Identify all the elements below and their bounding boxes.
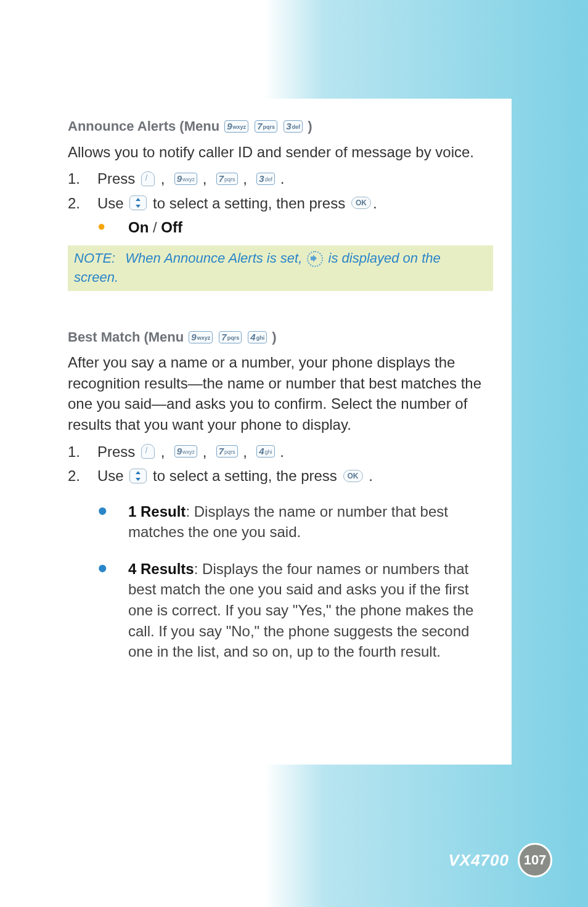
menu-key-icon [141,171,155,186]
step2-text-b: to select a setting, then press [149,195,349,211]
section2-bullet2: ● 4 Results: Displays the four names or … [97,559,493,662]
key-9wxyz: 9wxyz [189,331,213,343]
section2-step1: 1. Press , 9wxyz , 7pqrs , 4ghi . [68,441,493,462]
page: Announce Alerts (Menu 9wxyz 7pqrs 3def )… [0,0,588,907]
step-number: 1. [68,441,97,462]
step2-text-c: . [365,467,373,484]
ok-key-icon: OK [343,470,363,482]
result1-bold: 1 Result [128,503,186,520]
section1-step2: 2. Use to select a setting, then press O… [68,193,493,214]
step2-text-c: . [373,195,377,211]
key-9wxyz: 9wxyz [174,173,197,185]
body-content: Announce Alerts (Menu 9wxyz 7pqrs 3def )… [68,117,493,662]
section2-intro: After you say a name or a number, your p… [68,352,493,435]
step1-text: Press [97,170,139,187]
section1-title-suffix: ) [308,118,312,134]
key-3def: 3def [256,173,275,185]
key-3def: 3def [284,120,303,133]
announce-speaker-icon [307,251,323,267]
nav-key-icon [129,469,147,483]
note-box: NOTE: When Announce Alerts is set, is di… [68,245,493,291]
model-label: VX4700 [448,851,509,870]
key-9wxyz: 9wxyz [174,445,197,458]
key-4ghi: 4ghi [256,445,274,458]
menu-key-icon [141,444,155,459]
section2-bullet1: ● 1 Result: Displays the name or number … [97,501,493,543]
footer: VX4700 107 [448,843,552,877]
nav-key-icon [129,195,147,210]
step2-text-a: Use [97,195,128,211]
section2-title-prefix: Best Match (Menu [68,329,187,345]
key-9wxyz: 9wxyz [224,120,248,133]
step2-text-b: to select a setting, the press [149,467,341,484]
key-7pqrs: 7pqrs [219,331,242,343]
step-number: 1. [68,168,97,189]
section1-title: Announce Alerts (Menu 9wxyz 7pqrs 3def ) [68,117,493,137]
result4-bold: 4 Results [128,560,194,577]
step-number: 2. [68,466,97,486]
section1-intro: Allows you to notify caller ID and sende… [68,142,493,163]
section1-title-prefix: Announce Alerts (Menu [68,118,223,134]
key-7pqrs: 7pqrs [216,173,238,185]
bullet-dot-icon: ● [97,217,128,236]
onoff-off: Off [161,219,182,236]
bullet-dot-icon: ● [97,559,128,578]
section2-step2: 2. Use to select a setting, the press OK… [68,466,493,486]
page-number: 107 [518,843,552,877]
step1-text: Press [97,443,139,460]
key-4ghi: 4ghi [248,331,267,343]
step2-text-a: Use [97,467,128,484]
key-7pqrs: 7pqrs [255,120,277,133]
ok-key-icon: OK [351,197,371,209]
step-number: 2. [68,193,97,214]
section1-step1: 1. Press , 9wxyz , 7pqrs , 3def . [68,168,493,189]
section2-title-suffix: ) [272,329,276,345]
section2-title: Best Match (Menu 9wxyz 7pqrs 4ghi ) [68,328,493,348]
section1-bullet: ● On / Off [97,217,493,238]
onoff-on: On [128,219,149,236]
note-text-a: When Announce Alerts is set, [125,250,306,266]
bullet-dot-icon: ● [97,501,128,520]
onoff-sep: / [149,219,161,236]
note-label: NOTE: [74,250,115,266]
key-7pqrs: 7pqrs [216,445,238,458]
